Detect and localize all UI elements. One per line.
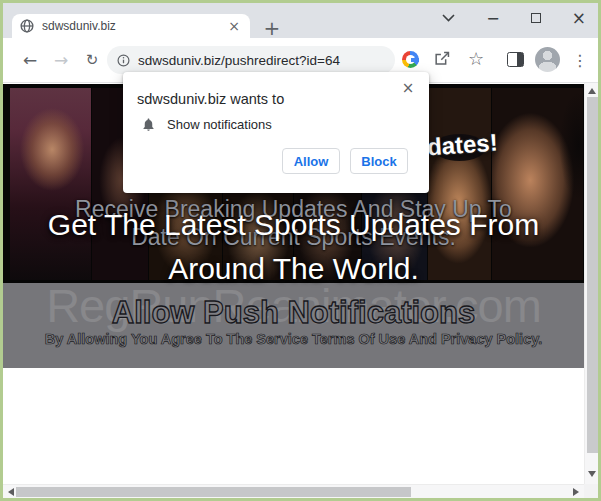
google-search-icon[interactable]: [402, 51, 419, 68]
scroll-right-arrow-icon[interactable]: [573, 488, 579, 496]
bell-icon: [141, 116, 156, 133]
new-tab-button[interactable]: +: [261, 17, 283, 39]
push-prompt-terms: By Allowing You Agree To The Service Ter…: [3, 331, 584, 347]
window-close-button[interactable]: ×: [572, 8, 586, 28]
side-panel-icon[interactable]: [507, 52, 524, 67]
scroll-left-arrow-icon[interactable]: [8, 488, 14, 496]
permission-row: Show notifications: [141, 116, 272, 133]
minimize-button[interactable]: −: [486, 9, 499, 28]
dialog-close-icon[interactable]: ×: [399, 79, 417, 97]
page-info-icon[interactable]: [117, 54, 130, 67]
horizontal-scrollbar[interactable]: [3, 484, 584, 498]
horizontal-scrollbar-thumb[interactable]: [16, 487, 411, 497]
back-button[interactable]: ←: [18, 48, 42, 72]
globe-favicon-icon: [20, 19, 34, 33]
tab-close-icon[interactable]: ×: [226, 18, 242, 34]
headline-line1: Get The Latest Sports Updates From: [3, 203, 584, 247]
vertical-scrollbar[interactable]: [584, 83, 598, 484]
tab-title: sdwsduniv.biz: [42, 19, 226, 33]
vertical-scrollbar-thumb[interactable]: [587, 97, 598, 453]
reload-button[interactable]: ↻: [80, 48, 104, 72]
notification-permission-dialog: × sdwsduniv.biz wants to Show notificati…: [123, 72, 429, 193]
share-icon[interactable]: [433, 49, 452, 72]
headline-text: Get The Latest Sports Updates From Aroun…: [3, 203, 584, 291]
url-text[interactable]: sdwsduniv.biz/pushredirect?id=64: [138, 53, 340, 68]
window-controls: − ×: [442, 5, 586, 31]
scroll-up-arrow-icon[interactable]: [588, 88, 596, 94]
profile-avatar[interactable]: [535, 47, 560, 72]
forward-button: →: [49, 48, 73, 72]
headline-line2: Around The World.: [3, 247, 584, 291]
push-prompt-title: Allow Push Notifications: [3, 295, 584, 331]
browser-window: sdwsduniv.biz × + − × ← → ↻ sdwsduniv.bi…: [0, 0, 601, 501]
dialog-title: sdwsduniv.biz wants to: [137, 91, 284, 107]
maximize-button[interactable]: [531, 13, 541, 23]
tab-strip: sdwsduniv.biz × + − ×: [3, 3, 598, 38]
dialog-buttons: Allow Block: [282, 148, 408, 174]
more-menu-icon[interactable]: ⋮: [571, 48, 589, 72]
permission-label: Show notifications: [167, 117, 272, 132]
scrollbar-corner: [584, 484, 598, 498]
allow-button[interactable]: Allow: [282, 148, 340, 174]
bookmark-star-icon[interactable]: ☆: [465, 46, 487, 70]
block-button[interactable]: Block: [350, 148, 408, 174]
browser-tab[interactable]: sdwsduniv.biz ×: [12, 14, 250, 38]
scroll-down-arrow-icon[interactable]: [588, 471, 596, 477]
tab-search-chevron-icon[interactable]: [442, 14, 455, 22]
address-bar[interactable]: sdwsduniv.biz/pushredirect?id=64: [107, 46, 395, 74]
background-caption-fragment: dates!: [426, 129, 498, 162]
